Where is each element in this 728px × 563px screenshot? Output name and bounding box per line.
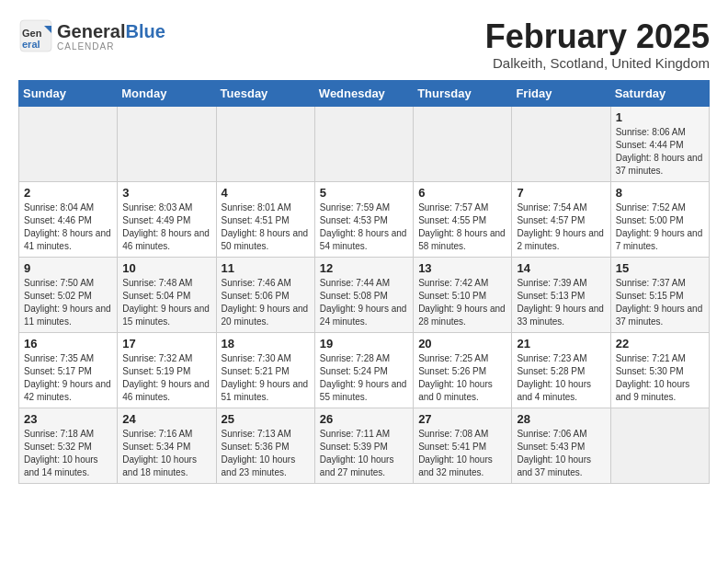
day-number: 15 — [616, 261, 704, 275]
day-info: Sunrise: 8:04 AM Sunset: 4:46 PM Dayligh… — [24, 201, 112, 253]
day-info: Sunrise: 8:01 AM Sunset: 4:51 PM Dayligh… — [222, 201, 310, 253]
day-number: 20 — [418, 337, 506, 350]
logo-general: General — [57, 21, 125, 41]
logo-blue: Blue — [125, 21, 165, 41]
day-info: Sunrise: 7:23 AM Sunset: 5:28 PM Dayligh… — [517, 352, 605, 404]
day-info: Sunrise: 7:30 AM Sunset: 5:21 PM Dayligh… — [222, 352, 310, 404]
calendar-cell: 19Sunrise: 7:28 AM Sunset: 5:24 PM Dayli… — [314, 332, 413, 408]
day-number: 19 — [320, 337, 408, 350]
weekday-header-saturday: Saturday — [610, 80, 709, 106]
day-info: Sunrise: 7:50 AM Sunset: 5:02 PM Dayligh… — [24, 277, 112, 328]
day-info: Sunrise: 7:21 AM Sunset: 5:30 PM Dayligh… — [616, 352, 704, 404]
day-number: 13 — [418, 261, 506, 275]
page-header: Gen eral GeneralBlue CALENDAR February 2… — [18, 18, 710, 71]
day-info: Sunrise: 7:13 AM Sunset: 5:36 PM Dayligh… — [222, 428, 310, 479]
day-number: 12 — [320, 261, 408, 275]
calendar-week-3: 9Sunrise: 7:50 AM Sunset: 5:02 PM Daylig… — [19, 257, 710, 332]
calendar-cell: 2Sunrise: 8:04 AM Sunset: 4:46 PM Daylig… — [19, 181, 118, 257]
day-number: 16 — [24, 337, 112, 350]
location: Dalkeith, Scotland, United Kingdom — [485, 55, 710, 71]
calendar-cell: 12Sunrise: 7:44 AM Sunset: 5:08 PM Dayli… — [314, 257, 413, 332]
calendar-cell: 1Sunrise: 8:06 AM Sunset: 4:44 PM Daylig… — [610, 106, 709, 181]
day-info: Sunrise: 8:03 AM Sunset: 4:49 PM Dayligh… — [122, 201, 210, 253]
weekday-header-monday: Monday — [118, 80, 216, 106]
day-number: 7 — [517, 186, 605, 200]
day-number: 21 — [517, 337, 605, 350]
svg-text:Gen: Gen — [22, 28, 42, 39]
day-info: Sunrise: 7:48 AM Sunset: 5:04 PM Dayligh… — [122, 277, 210, 328]
calendar-cell: 25Sunrise: 7:13 AM Sunset: 5:36 PM Dayli… — [216, 408, 314, 483]
day-number: 10 — [122, 261, 210, 275]
weekday-header-tuesday: Tuesday — [216, 80, 314, 106]
calendar-week-4: 16Sunrise: 7:35 AM Sunset: 5:17 PM Dayli… — [19, 332, 710, 408]
day-info: Sunrise: 7:39 AM Sunset: 5:13 PM Dayligh… — [517, 277, 605, 328]
calendar-cell — [216, 106, 314, 181]
weekday-header-wednesday: Wednesday — [314, 80, 413, 106]
day-info: Sunrise: 7:37 AM Sunset: 5:15 PM Dayligh… — [616, 277, 704, 328]
calendar-cell: 15Sunrise: 7:37 AM Sunset: 5:15 PM Dayli… — [610, 257, 709, 332]
calendar-cell — [19, 106, 118, 181]
day-info: Sunrise: 7:16 AM Sunset: 5:34 PM Dayligh… — [122, 428, 210, 479]
calendar-cell — [314, 106, 413, 181]
calendar-week-1: 1Sunrise: 8:06 AM Sunset: 4:44 PM Daylig… — [19, 106, 710, 181]
day-number: 26 — [320, 412, 408, 426]
day-number: 25 — [222, 412, 310, 426]
day-info: Sunrise: 7:06 AM Sunset: 5:43 PM Dayligh… — [517, 428, 605, 479]
day-number: 18 — [222, 337, 310, 350]
day-number: 23 — [24, 412, 112, 426]
calendar-cell: 6Sunrise: 7:57 AM Sunset: 4:55 PM Daylig… — [414, 181, 512, 257]
calendar-cell — [118, 106, 216, 181]
calendar-cell: 10Sunrise: 7:48 AM Sunset: 5:04 PM Dayli… — [118, 257, 216, 332]
day-info: Sunrise: 7:46 AM Sunset: 5:06 PM Dayligh… — [222, 277, 310, 328]
calendar-cell: 7Sunrise: 7:54 AM Sunset: 4:57 PM Daylig… — [512, 181, 610, 257]
day-info: Sunrise: 7:57 AM Sunset: 4:55 PM Dayligh… — [418, 201, 506, 253]
day-info: Sunrise: 7:08 AM Sunset: 5:41 PM Dayligh… — [418, 428, 506, 479]
day-number: 14 — [517, 261, 605, 275]
day-info: Sunrise: 7:11 AM Sunset: 5:39 PM Dayligh… — [320, 428, 408, 479]
calendar-week-5: 23Sunrise: 7:18 AM Sunset: 5:32 PM Dayli… — [19, 408, 710, 483]
calendar-cell — [610, 408, 709, 483]
day-info: Sunrise: 8:06 AM Sunset: 4:44 PM Dayligh… — [616, 126, 704, 178]
day-number: 17 — [122, 337, 210, 350]
svg-text:eral: eral — [22, 39, 40, 50]
calendar-cell: 22Sunrise: 7:21 AM Sunset: 5:30 PM Dayli… — [610, 332, 709, 408]
month-title: February 2025 — [485, 18, 710, 55]
calendar-cell: 26Sunrise: 7:11 AM Sunset: 5:39 PM Dayli… — [314, 408, 413, 483]
calendar-cell: 28Sunrise: 7:06 AM Sunset: 5:43 PM Dayli… — [512, 408, 610, 483]
day-number: 2 — [24, 186, 112, 200]
day-number: 3 — [122, 186, 210, 200]
title-block: February 2025 Dalkeith, Scotland, United… — [485, 18, 710, 71]
calendar-week-2: 2Sunrise: 8:04 AM Sunset: 4:46 PM Daylig… — [19, 181, 710, 257]
day-number: 9 — [24, 261, 112, 275]
calendar-cell: 11Sunrise: 7:46 AM Sunset: 5:06 PM Dayli… — [216, 257, 314, 332]
calendar-cell: 23Sunrise: 7:18 AM Sunset: 5:32 PM Dayli… — [19, 408, 118, 483]
day-info: Sunrise: 7:44 AM Sunset: 5:08 PM Dayligh… — [320, 277, 408, 328]
calendar-cell: 20Sunrise: 7:25 AM Sunset: 5:26 PM Dayli… — [414, 332, 512, 408]
calendar-cell: 21Sunrise: 7:23 AM Sunset: 5:28 PM Dayli… — [512, 332, 610, 408]
calendar-cell: 18Sunrise: 7:30 AM Sunset: 5:21 PM Dayli… — [216, 332, 314, 408]
day-number: 27 — [418, 412, 506, 426]
day-info: Sunrise: 7:35 AM Sunset: 5:17 PM Dayligh… — [24, 352, 112, 404]
calendar-cell: 5Sunrise: 7:59 AM Sunset: 4:53 PM Daylig… — [314, 181, 413, 257]
day-info: Sunrise: 7:25 AM Sunset: 5:26 PM Dayligh… — [418, 352, 506, 404]
day-number: 1 — [616, 110, 704, 124]
calendar-cell — [414, 106, 512, 181]
day-number: 11 — [222, 261, 310, 275]
day-number: 6 — [418, 186, 506, 200]
calendar-cell: 27Sunrise: 7:08 AM Sunset: 5:41 PM Dayli… — [414, 408, 512, 483]
day-number: 24 — [122, 412, 210, 426]
day-number: 4 — [222, 186, 310, 200]
calendar-cell: 16Sunrise: 7:35 AM Sunset: 5:17 PM Dayli… — [19, 332, 118, 408]
calendar-cell: 24Sunrise: 7:16 AM Sunset: 5:34 PM Dayli… — [118, 408, 216, 483]
calendar-cell: 4Sunrise: 8:01 AM Sunset: 4:51 PM Daylig… — [216, 181, 314, 257]
calendar-cell: 8Sunrise: 7:52 AM Sunset: 5:00 PM Daylig… — [610, 181, 709, 257]
logo-icon: Gen eral — [18, 18, 53, 53]
day-number: 28 — [517, 412, 605, 426]
logo: Gen eral GeneralBlue CALENDAR — [18, 18, 165, 53]
day-number: 5 — [320, 186, 408, 200]
day-info: Sunrise: 7:59 AM Sunset: 4:53 PM Dayligh… — [320, 201, 408, 253]
day-number: 8 — [616, 186, 704, 200]
day-number: 22 — [616, 337, 704, 350]
calendar-cell: 3Sunrise: 8:03 AM Sunset: 4:49 PM Daylig… — [118, 181, 216, 257]
weekday-header-thursday: Thursday — [414, 80, 512, 106]
